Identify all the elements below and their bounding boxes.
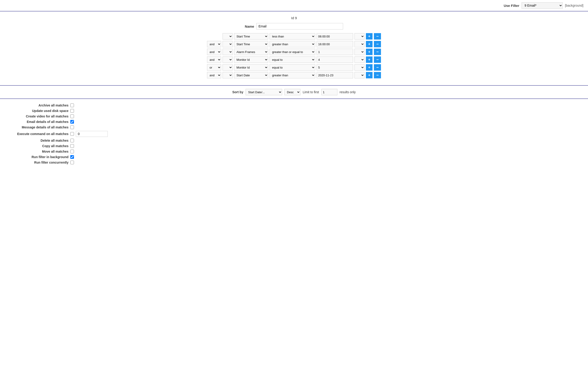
action-label: Email details of all matches <box>9 120 68 124</box>
action-label: Delete all matches <box>9 139 68 142</box>
connector-select[interactable]: andor <box>207 64 221 71</box>
action-row: Update used disk space <box>9 109 579 113</box>
action-row: Copy all matches <box>9 144 579 148</box>
action-row: Move all matches <box>9 150 579 153</box>
action-label: Copy all matches <box>9 144 68 148</box>
name-input[interactable] <box>256 23 343 29</box>
action-row: Create video for all matches <box>9 115 579 118</box>
field-select[interactable]: Start TimeAlarm FramesMonitor IdStart Da… <box>234 72 268 78</box>
action-input[interactable] <box>76 131 108 137</box>
results-label: results only <box>340 90 356 94</box>
extra-select[interactable] <box>355 57 365 63</box>
not-select[interactable]: not <box>222 64 233 71</box>
action-checkbox[interactable] <box>70 104 74 107</box>
background-label: [background] <box>565 4 583 7</box>
not-select[interactable]: not <box>222 33 233 39</box>
action-row: Email details of all matches <box>9 120 579 124</box>
field-select[interactable]: Start TimeAlarm FramesMonitor IdStart Da… <box>234 41 268 47</box>
action-label: Run filter in background <box>9 155 68 159</box>
extra-select[interactable] <box>355 64 365 71</box>
action-label: Run filter concurrently <box>9 161 68 164</box>
not-select[interactable]: not <box>222 72 233 78</box>
connector-select[interactable]: andor <box>207 49 221 55</box>
remove-row-button[interactable]: − <box>374 41 381 47</box>
action-checkbox[interactable] <box>70 115 74 118</box>
operator-select[interactable]: less thangreater thangreater than or equ… <box>270 64 315 71</box>
filter-row: andornotStart TimeAlarm FramesMonitor Id… <box>207 64 381 71</box>
add-row-button[interactable]: + <box>366 64 373 71</box>
operator-select[interactable]: less thangreater thangreater than or equ… <box>270 49 315 55</box>
extra-select[interactable] <box>355 41 365 47</box>
action-checkbox[interactable] <box>70 155 74 159</box>
filter-row: andornotStart TimeAlarm FramesMonitor Id… <box>207 57 381 63</box>
action-checkbox[interactable] <box>70 120 74 124</box>
add-row-button[interactable]: + <box>366 33 373 39</box>
action-checkbox[interactable] <box>70 161 74 164</box>
name-row: Name <box>9 23 579 29</box>
action-label: Move all matches <box>9 150 68 153</box>
not-select[interactable]: not <box>222 57 233 63</box>
use-filter-label: Use Filter <box>504 4 519 8</box>
limit-input[interactable] <box>322 89 337 95</box>
remove-row-button[interactable]: − <box>374 33 381 39</box>
action-checkbox[interactable] <box>70 109 74 113</box>
extra-select[interactable] <box>355 72 365 78</box>
action-row: Execute command on all matches <box>9 131 579 137</box>
remove-row-button[interactable]: − <box>374 57 381 63</box>
filter-select[interactable]: 9 Email* <box>521 2 563 9</box>
add-row-button[interactable]: + <box>366 57 373 63</box>
sort-field-select[interactable]: Start Date/... <box>246 89 282 95</box>
field-select[interactable]: Start TimeAlarm FramesMonitor IdStart Da… <box>234 49 268 55</box>
value-input[interactable] <box>317 41 353 47</box>
action-label: Message details of all matches <box>9 125 68 129</box>
filter-section: Id 9 Name notStart TimeAlarm FramesMonit… <box>0 12 588 86</box>
action-label: Update used disk space <box>9 109 68 113</box>
action-row: Run filter in background <box>9 155 579 159</box>
action-row: Archive all matches <box>9 104 579 107</box>
action-checkbox[interactable] <box>70 125 74 129</box>
action-label: Archive all matches <box>9 104 68 107</box>
value-input[interactable] <box>317 72 353 78</box>
sort-dir-select[interactable]: DescAsc <box>284 89 300 95</box>
add-row-button[interactable]: + <box>366 41 373 47</box>
action-row: Run filter concurrently <box>9 161 579 164</box>
operator-select[interactable]: less thangreater thangreater than or equ… <box>270 41 315 47</box>
remove-row-button[interactable]: − <box>374 64 381 71</box>
action-row: Message details of all matches <box>9 125 579 129</box>
sort-by-label: Sort by <box>232 90 243 94</box>
value-input[interactable] <box>317 33 353 39</box>
add-row-button[interactable]: + <box>366 72 373 78</box>
connector-select[interactable]: andor <box>207 57 221 63</box>
field-select[interactable]: Start TimeAlarm FramesMonitor IdStart Da… <box>234 64 268 71</box>
not-select[interactable]: not <box>222 41 233 47</box>
action-checkbox[interactable] <box>70 139 74 142</box>
not-select[interactable]: not <box>222 49 233 55</box>
id-row: Id 9 <box>9 16 579 20</box>
operator-select[interactable]: less thangreater thangreater than or equ… <box>270 33 315 39</box>
filter-rows-container: notStart TimeAlarm FramesMonitor IdStart… <box>9 33 579 78</box>
action-checkbox[interactable] <box>70 150 74 153</box>
action-checkbox[interactable] <box>70 144 74 148</box>
filter-row: andornotStart TimeAlarm FramesMonitor Id… <box>207 41 381 47</box>
id-value: 9 <box>295 16 297 20</box>
field-select[interactable]: Start TimeAlarm FramesMonitor IdStart Da… <box>234 57 268 63</box>
operator-select[interactable]: less thangreater thangreater than or equ… <box>270 72 315 78</box>
remove-row-button[interactable]: − <box>374 72 381 78</box>
limit-label: Limit to first <box>303 90 319 94</box>
value-input[interactable] <box>317 49 353 55</box>
extra-select[interactable] <box>355 33 365 39</box>
connector-select[interactable]: andor <box>207 41 221 47</box>
extra-select[interactable] <box>355 49 365 55</box>
add-row-button[interactable]: + <box>366 49 373 55</box>
value-input[interactable] <box>317 64 353 71</box>
operator-select[interactable]: less thangreater thangreater than or equ… <box>270 57 315 63</box>
name-label: Name <box>245 24 254 28</box>
sort-section: Sort by Start Date/... DescAsc Limit to … <box>0 86 588 99</box>
remove-row-button[interactable]: − <box>374 49 381 55</box>
value-input[interactable] <box>317 57 353 63</box>
filter-row: notStart TimeAlarm FramesMonitor IdStart… <box>207 33 381 39</box>
field-select[interactable]: Start TimeAlarm FramesMonitor IdStart Da… <box>234 33 268 39</box>
connector-select[interactable]: andor <box>207 72 221 78</box>
action-checkbox[interactable] <box>70 132 74 136</box>
filter-row: andornotStart TimeAlarm FramesMonitor Id… <box>207 49 381 55</box>
